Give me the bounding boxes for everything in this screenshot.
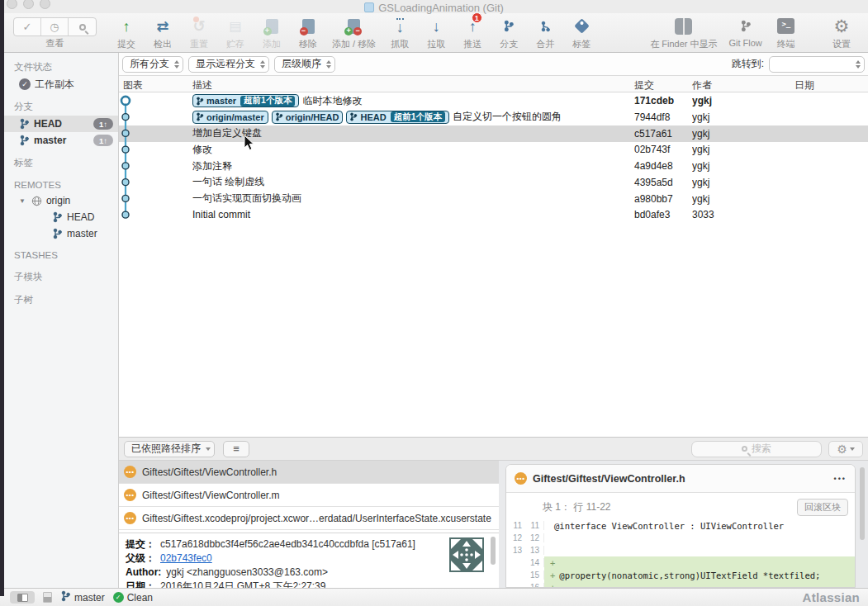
diff-scrollbar[interactable] bbox=[860, 467, 865, 540]
column-author[interactable]: 作者 bbox=[692, 78, 712, 92]
sidebar-item-head[interactable]: HEAD bbox=[4, 209, 118, 225]
stepper-icon bbox=[260, 60, 265, 69]
sidebar-section-stashes[interactable]: STASHES bbox=[4, 242, 118, 263]
toolbar-button-label: 检出 bbox=[154, 38, 172, 50]
toolbar-button-checkout[interactable]: ⇄检出 bbox=[150, 15, 175, 50]
commit-author: ygkj 2016年10月20日… bbox=[692, 193, 791, 205]
toolbar-button-push[interactable]: ↑1推送 bbox=[460, 15, 485, 50]
order-select[interactable]: 层级顺序 bbox=[274, 56, 335, 73]
diff-options-button[interactable]: ⚙ bbox=[828, 441, 863, 457]
commit-row-4395a5d[interactable]: 一句话 绘制虚线4395a5dygkj 2016年10月23日… bbox=[119, 174, 868, 191]
commit-table-header: 图表 描述 提交 作者 日期 bbox=[119, 76, 868, 92]
current-branch-name: master bbox=[74, 592, 105, 604]
search-view-button[interactable] bbox=[69, 18, 96, 36]
jump-to-select[interactable] bbox=[769, 56, 865, 73]
parent-commit-link[interactable]: 02b743fec0 bbox=[160, 552, 212, 564]
sidebar-item-origin[interactable]: ▼origin bbox=[4, 192, 118, 209]
toolbar-button-settings[interactable]: ⚙设置 bbox=[829, 15, 854, 50]
zoom-window-button[interactable] bbox=[40, 0, 50, 9]
file-row[interactable]: •••Giftest/Giftest/ViewController.h bbox=[119, 461, 499, 484]
bottom-toolbar: 已依照路径排序 ≡ 搜索 ⚙ bbox=[119, 437, 868, 461]
toolbar-button-pull[interactable]: ↓拉取 bbox=[424, 15, 448, 50]
toolbar-button-add[interactable]: +添加 bbox=[259, 15, 284, 50]
file-row[interactable]: •••Giftest/Giftest/ViewController.m bbox=[119, 484, 499, 507]
branch-scope-select[interactable]: 所有分支 bbox=[122, 56, 183, 73]
commit-description: 添加注释 bbox=[192, 159, 232, 173]
column-date[interactable]: 日期 bbox=[794, 78, 814, 92]
sidebar-section-文件状态[interactable]: 文件状态 bbox=[4, 53, 118, 76]
atlassian-logo: Atlassian bbox=[803, 590, 860, 604]
toolbar-button-terminal[interactable]: >_终端 bbox=[774, 15, 799, 50]
sidebar-item-label: HEAD bbox=[67, 211, 118, 223]
close-window-button[interactable] bbox=[7, 0, 17, 9]
sidebar-section-子树[interactable]: 子树 bbox=[4, 286, 118, 309]
sidebar-item-master[interactable]: master1↑ bbox=[4, 132, 118, 149]
toolbar-button-fetch[interactable]: ↓抓取 bbox=[387, 15, 412, 50]
commit-row-a980bb7[interactable]: 一句话实现页面切换动画a980bb7ygkj 2016年10月20日… bbox=[119, 191, 868, 207]
file-sort-select[interactable]: 已依照路径排序 bbox=[124, 441, 215, 457]
toolbar-button-label: Git Flow bbox=[728, 38, 761, 48]
sidebar-section-分支[interactable]: 分支 bbox=[4, 92, 118, 116]
sidebar-section-子模块[interactable]: 子模块 bbox=[4, 263, 118, 286]
commit-details-scrollbar[interactable] bbox=[491, 537, 496, 565]
file-status-view-button[interactable]: ✓ bbox=[14, 18, 41, 36]
toolbar-button-commit[interactable]: ↑提交 bbox=[114, 15, 139, 50]
stepper-icon bbox=[326, 60, 331, 69]
status-bar: master ✓ Clean Atlassian bbox=[0, 588, 868, 606]
sidebar-item-head[interactable]: HEAD1↑ bbox=[4, 116, 118, 132]
commit-description: Initial commit bbox=[192, 209, 250, 220]
revert-hunk-button[interactable]: 回滚区块 bbox=[797, 499, 848, 516]
stash-icon: ▤ bbox=[229, 15, 241, 37]
checkout-icon: ⇄ bbox=[156, 15, 168, 37]
log-view-button[interactable]: ◷ bbox=[41, 18, 69, 36]
file-list-view-mode-button[interactable]: ≡ bbox=[223, 441, 249, 457]
sidebar-item-工作副本[interactable]: ✓工作副本 bbox=[4, 76, 118, 92]
bottom-panel-toggle-button[interactable] bbox=[43, 592, 52, 603]
toolbar-button-add-remove[interactable]: +−添加 / 移除 bbox=[332, 15, 376, 50]
stepper-icon bbox=[174, 60, 179, 69]
sidebar-item-master[interactable]: master bbox=[4, 225, 118, 242]
toolbar-button-merge[interactable]: 合并 bbox=[533, 15, 557, 50]
sidebar-section-标签[interactable]: 标签 bbox=[4, 149, 118, 172]
file-row[interactable]: •••Giftest/Giftest.xcodeproj/project.xcw… bbox=[119, 507, 499, 530]
column-desc[interactable]: 描述 bbox=[192, 78, 212, 92]
commit-label: 提交： bbox=[126, 538, 155, 550]
sidebar-item-label: 工作副本 bbox=[35, 78, 118, 92]
commit-hash: bd0afe3 bbox=[634, 209, 687, 220]
commit-row-4a9d4e8[interactable]: 添加注释4a9d4e8ygkj 2016年10月23日… bbox=[119, 158, 868, 174]
commit-icon: ↑ bbox=[123, 15, 130, 37]
toolbar-button-reset[interactable]: ↺重置 bbox=[187, 15, 211, 50]
globe-icon bbox=[31, 196, 42, 206]
commit-row-c517a61[interactable]: 增加自定义键盘c517a61ygkj 2016年10月24日… bbox=[119, 125, 868, 142]
commit-row-bd0afe3[interactable]: Initial commitbd0afe33033 2016年10月20日… bbox=[119, 206, 868, 223]
toolbar-button-branch[interactable]: 分支 bbox=[496, 15, 521, 50]
toolbar-button-gitflow[interactable]: Git Flow bbox=[728, 15, 761, 48]
commit-row-7944df8[interactable]: origin/masterorigin/HEADHEAD超前1个版本自定义切一个… bbox=[119, 109, 868, 125]
column-commit[interactable]: 提交 bbox=[634, 78, 654, 92]
remote-branches-select[interactable]: 显示远程分支 bbox=[188, 56, 269, 73]
settings-icon: ⚙ bbox=[834, 15, 850, 37]
pull-icon: ↓ bbox=[433, 15, 440, 37]
toolbar-button-finder[interactable]: 在 Finder 中显示 bbox=[650, 15, 717, 50]
toolbar-button-remove[interactable]: −移除 bbox=[296, 15, 320, 50]
toolbar-button-label: 合并 bbox=[536, 38, 554, 50]
commit-row-02b743f[interactable]: 修改02b743fygkj 2016年10月24日… bbox=[119, 141, 868, 158]
diff-menu-button[interactable]: ••• bbox=[834, 475, 847, 483]
diff-line: 16+ bbox=[506, 581, 855, 588]
toolbar-button-stash[interactable]: ▤贮存 bbox=[223, 15, 248, 50]
toolbar-button-tag[interactable]: 标签 bbox=[569, 15, 594, 50]
sidebar-section-remotes[interactable]: REMOTES bbox=[4, 172, 118, 192]
disclosure-triangle-icon[interactable]: ▼ bbox=[19, 197, 26, 205]
commit-description: 一句话 绘制虚线 bbox=[192, 175, 264, 189]
jump-to-label: 跳转到: bbox=[732, 57, 764, 71]
sidebar-toggle-button[interactable] bbox=[10, 591, 35, 604]
sidebar-item-label: master bbox=[34, 135, 89, 146]
minimize-window-button[interactable] bbox=[23, 0, 34, 9]
toolbar-button-label: 重置 bbox=[190, 38, 208, 50]
merge-icon bbox=[540, 15, 551, 37]
diff-lines: 1111@interface ViewController : UIViewCo… bbox=[506, 519, 855, 588]
column-graph[interactable]: 图表 bbox=[123, 78, 143, 92]
current-branch-indicator[interactable]: master bbox=[60, 590, 105, 604]
commit-row-171cdeb[interactable]: master超前1个版本临时本地修改171cdebygkj 2017年3月2日… bbox=[119, 92, 868, 109]
search-input[interactable]: 搜索 bbox=[691, 441, 822, 457]
